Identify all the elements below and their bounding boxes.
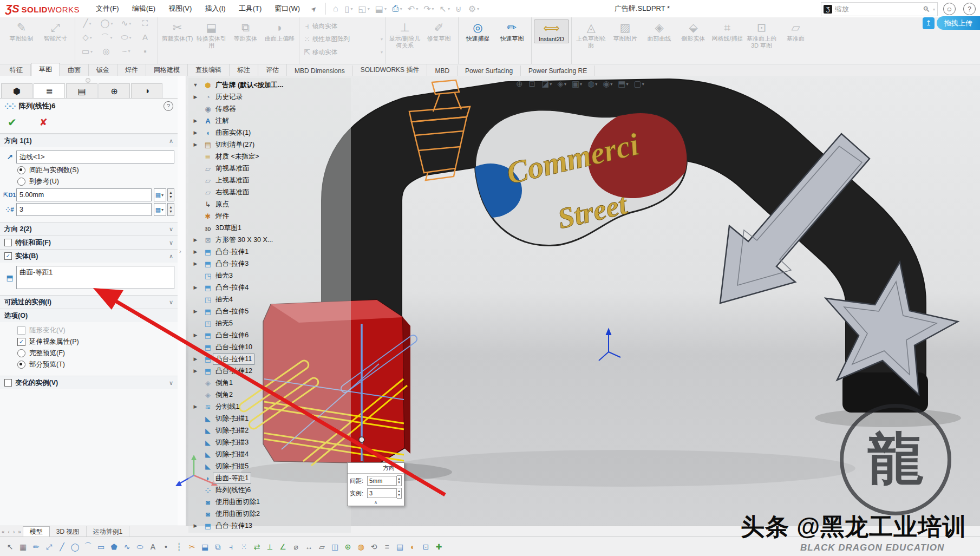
tree-item[interactable]: ▶ 历史记录 [188,91,351,103]
feature-label[interactable]: 右视基准面 [213,187,252,198]
count-input[interactable]: 3 [16,203,152,216]
search-icon[interactable]: 🔍︎ [923,5,930,14]
feature-label[interactable]: 前视基准面 [213,163,252,174]
dropdown-caret-icon[interactable]: ▾ [89,21,92,26]
tree-item[interactable]: 使用曲面切除2 [188,508,351,520]
ribbon-small-button[interactable]: ⇱ 移动实体 ▾ [302,45,383,58]
tool-icon[interactable]: ⬓ [199,541,211,553]
dropdown-caret-icon[interactable]: ▾ [477,6,479,11]
expand-icon[interactable]: ∨ [169,239,173,246]
dropdown-caret-icon[interactable]: ▾ [90,49,93,54]
menu-window[interactable]: 窗口(W) [268,1,306,17]
sketch-entity-icon[interactable]: ╱ ▾ [77,18,97,28]
dropdown-caret-icon[interactable]: ▾ [626,82,629,87]
tool-icon[interactable]: ↔ [303,541,315,553]
tool-icon[interactable]: ⧉ [212,541,224,553]
count-stepper[interactable]: ▲▼ [167,203,174,216]
dropdown-caret-icon[interactable]: ▾ [129,35,131,40]
tree-item[interactable]: 切除-扫描3 [188,436,351,448]
expand-arrow-icon[interactable]: ▶ [188,344,202,350]
tree-item[interactable]: 抽壳4 [188,293,351,305]
tree-item[interactable]: 前视基准面 [188,162,351,174]
dropdown-caret-icon[interactable]: ▾ [129,21,131,26]
ribbon-tab[interactable]: 网格建模 [146,64,188,76]
feature-label[interactable]: 凸台-拉伸1 [213,247,251,257]
feature-label[interactable]: 材质 <未指定> [213,152,262,162]
expand-arrow-icon[interactable]: ▶ [188,94,202,100]
display-style-icon[interactable]: ▣ ▾ [570,79,584,89]
feature-label[interactable]: 3D草图1 [213,223,244,233]
dropdown-caret-icon[interactable]: ▾ [400,6,402,11]
tree-item[interactable]: ▶ 凸台-拉伸13 [188,520,351,532]
tree-item[interactable]: ▶ 注解 [188,115,351,127]
feature-label[interactable]: 曲面实体(1) [213,128,253,138]
feature-label[interactable]: 广告牌 (默认<按加工... [213,80,285,90]
ribbon-button[interactable]: ✎ 草图绘制 [4,19,38,42]
tree-item[interactable]: 切除-扫描4 [188,448,351,460]
tool-icon[interactable]: ⬭ [134,541,146,553]
expand-arrow-icon[interactable]: ▶ [188,368,202,374]
dropdown-caret-icon[interactable]: ▾ [384,6,387,11]
checkbox-propagate-visual[interactable]: ✓ 延伸视象属性(P) [17,337,174,346]
dropdown-caret-icon[interactable]: ▾ [368,6,370,11]
tab-nav-arrow-icon[interactable]: › [11,526,16,537]
ribbon-button[interactable]: ✐ 修复草图 [422,19,456,42]
direction-reference-icon[interactable]: ↗ [3,153,16,161]
tool-icon[interactable]: ⟂ [264,541,276,553]
radio-spacing-instances[interactable]: 间距与实例数(S) [17,166,174,175]
tree-item[interactable]: ▶ 凸台-拉伸3 [188,258,351,270]
tree-item[interactable]: ▶ 凸台-拉伸6 [188,329,351,341]
tree-item[interactable]: ▶ 凸台-拉伸4 [188,282,351,293]
tool-icon[interactable]: ▭ [95,541,107,553]
sketch-entity-icon[interactable]: ∿ ▾ [116,18,136,28]
checkbox-icon[interactable]: ✓ [17,338,25,346]
tree-item[interactable]: ▶ 凸台-拉伸1 [188,246,351,258]
dropdown-caret-icon[interactable]: ▾ [110,21,113,26]
home-icon[interactable]: ⌂ [330,3,342,15]
tool-icon[interactable]: • [160,541,172,553]
menu-view[interactable]: 视图(V) [162,1,198,17]
ribbon-tab[interactable]: 评估 [258,64,287,76]
pm-tab-propertymanager[interactable]: ≣ [34,83,65,98]
ribbon-tab[interactable]: SOLIDWORKS 插件 [353,64,428,76]
tool-icon[interactable]: ⤢ [43,541,55,553]
feature-label[interactable]: 传感器 [213,104,238,114]
expand-arrow-icon[interactable]: ▶ [188,142,202,147]
dropdown-caret-icon[interactable]: ▾ [416,6,418,11]
view-settings-icon[interactable]: ▢ ▾ [632,79,646,89]
tab-model[interactable]: 模型 [23,526,50,537]
sketch-entity-icon[interactable]: ◯ ▾ [97,18,116,28]
tool-icon[interactable]: ◍ [355,541,367,553]
callout-stepper[interactable]: ▲▼ [397,475,402,486]
feature-label[interactable]: 凸台-拉伸13 [213,521,254,531]
tool-icon[interactable]: ◫ [329,541,341,553]
sketch-entity-icon[interactable]: A [136,32,155,42]
ribbon-button[interactable]: ✏ 快速草图 [495,19,529,42]
feature-label[interactable]: 切除-扫描4 [213,449,251,460]
feature-label[interactable]: 凸台-拉伸5 [213,306,251,317]
feature-label[interactable]: 凸台-拉伸11 [213,354,254,364]
tree-item[interactable]: ▶ 曲面实体(1) [188,127,351,139]
ribbon-tab[interactable]: Power Surfacing [458,66,521,76]
menu-edit[interactable]: 编辑(E) [126,1,162,17]
tree-item[interactable]: ▶ 凸台-拉伸12 [188,365,351,377]
spacing-input[interactable]: 5.00mm [16,188,152,201]
select-icon[interactable]: ↖ ▾ [437,3,453,15]
section-bodies[interactable]: ✓ 实体(B)∧ [0,249,178,263]
tree-item[interactable]: 上视基准面 [188,174,351,186]
tool-icon[interactable]: ∠ [277,541,289,553]
dropdown-caret-icon[interactable]: ▾ [564,82,566,87]
tool-icon[interactable]: ╱ [56,541,68,553]
sketch-entity-icon[interactable]: ⬭ ▾ [116,32,136,42]
tree-item[interactable]: ▶ 方形管 30 X 30 X... [188,234,351,246]
undo-icon[interactable]: ↶ ▾ [405,3,421,15]
sketch-entity-icon[interactable]: ◎ [97,47,116,56]
radio-up-to-reference[interactable]: 到参考(U) [17,177,174,186]
pin-menu-icon[interactable]: ➤ [309,4,318,14]
ribbon-button[interactable]: ⧉ 等距实体 [228,19,263,42]
checkbox-icon[interactable] [4,379,12,387]
ribbon-tab[interactable]: 曲面 [60,64,89,76]
tool-icon[interactable]: ✚ [433,541,445,553]
spacing-stepper[interactable]: ▲▼ [167,188,174,201]
help-icon[interactable]: ? [963,3,976,15]
